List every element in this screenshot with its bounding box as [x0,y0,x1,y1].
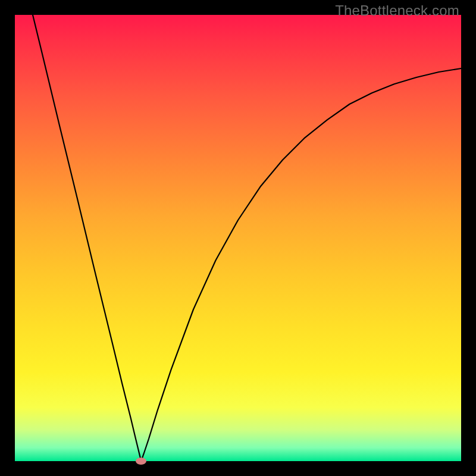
chart-optimum-marker [136,458,146,465]
chart-frame [15,15,461,461]
watermark-text: TheBottleneck.com [335,2,459,19]
chart-curve [15,15,461,461]
